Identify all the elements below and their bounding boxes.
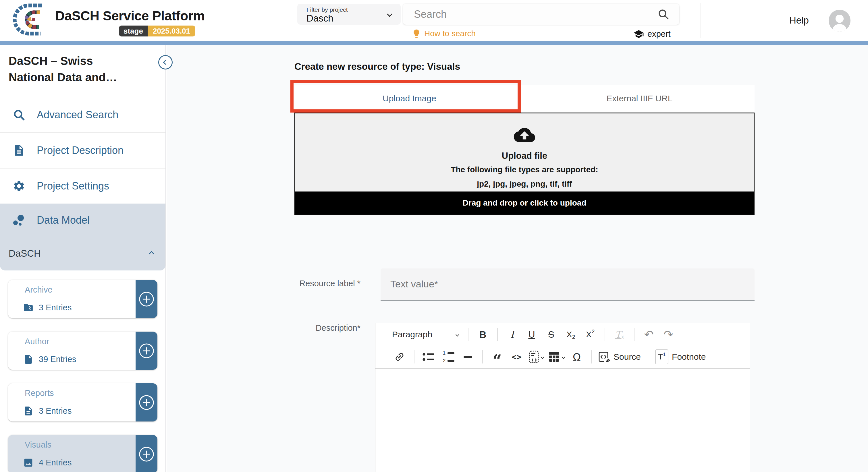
bulleted-list-button[interactable] — [421, 349, 436, 365]
strikethrough-button[interactable]: S — [544, 326, 559, 343]
project-filter-select[interactable]: Filter by project Dasch — [297, 4, 401, 25]
stage-badge: stage — [119, 26, 148, 36]
sidebar-item-advanced-search[interactable]: Advanced Search — [0, 97, 165, 132]
italic-button[interactable]: I — [505, 326, 520, 343]
sidebar-item-data-model[interactable]: Data Model — [0, 203, 165, 237]
project-filter-label: Filter by project — [307, 6, 348, 13]
ontology-name: DaSCH — [9, 248, 41, 259]
link-button[interactable] — [392, 349, 407, 365]
env-badges: stage 2025.03.01 — [119, 26, 195, 36]
source-icon — [598, 351, 610, 363]
plus-circle-icon — [138, 343, 155, 359]
search-icon — [13, 108, 25, 121]
class-card-title: Author — [25, 337, 49, 346]
inline-code-button[interactable]: <> — [509, 349, 524, 365]
bold-button[interactable]: B — [475, 326, 490, 343]
version-badge: 2025.03.01 — [148, 26, 195, 36]
remove-format-button[interactable]: Tx — [612, 326, 627, 343]
search-icon[interactable] — [657, 8, 670, 21]
resource-label-input[interactable] — [380, 269, 754, 301]
header-divider — [700, 3, 701, 38]
tab-upload-image[interactable]: Upload Image — [294, 85, 525, 112]
chevron-down-icon — [561, 355, 565, 359]
sidebar-item-project-description[interactable]: Project Description — [0, 132, 165, 168]
chevron-down-icon — [456, 333, 459, 337]
sidebar-item-label: Data Model — [37, 214, 90, 226]
subscript-button[interactable]: X2 — [563, 326, 578, 343]
block-quote-button[interactable]: “ — [490, 349, 505, 365]
chevron-left-icon — [163, 60, 168, 65]
dasch-service-platform-screen: DaSCH Service Platform stage 2025.03.01 … — [0, 0, 868, 472]
sidebar-item-label: Advanced Search — [37, 109, 118, 121]
upload-title: Upload file — [502, 151, 547, 161]
add-archive-button[interactable] — [135, 280, 157, 318]
toolbar-separator — [648, 350, 648, 364]
entries-count: 3 Entries — [39, 303, 71, 312]
toolbar-separator — [482, 350, 483, 364]
upload-filetypes: jp2, jpg, jpeg, png, tif, tiff — [477, 180, 572, 189]
ontology-accordion-header[interactable]: DaSCH — [0, 237, 165, 271]
class-card-title: Visuals — [25, 440, 52, 450]
editor-toolbar: Paragraph B I U S X2 X2 — [375, 323, 750, 369]
class-card-archive[interactable]: Archive 3 Entries — [8, 280, 157, 318]
file-dropzone[interactable]: Upload file The following file types are… — [294, 113, 754, 215]
upload-supported-text: The following file types are supported: — [451, 165, 598, 174]
gear-icon — [13, 180, 25, 192]
entries-count: 3 Entries — [39, 406, 71, 416]
sidebar-item-project-settings[interactable]: Project Settings — [0, 168, 165, 203]
tab-external-iiif-url[interactable]: External IIIF URL — [525, 85, 754, 112]
editor-content-area[interactable] — [375, 369, 750, 472]
toolbar-separator — [468, 328, 468, 341]
dasch-logo-icon[interactable] — [7, 1, 51, 39]
page-title: Create new resource of type: Visuals — [294, 61, 460, 72]
sidebar: DaSCH – Swiss National Data and… Advance… — [0, 45, 166, 472]
search-input[interactable] — [414, 4, 655, 25]
footnote-button[interactable]: T1 Footnote — [655, 349, 706, 365]
toolbar-row-1: Paragraph B I U S X2 X2 — [390, 323, 750, 346]
undo-button[interactable]: ↶ — [641, 326, 656, 343]
class-card-author[interactable]: Author 39 Entries — [8, 332, 157, 370]
dropzone-footer[interactable]: Drag and drop or click to upload — [295, 191, 754, 215]
insert-table-button[interactable] — [548, 349, 565, 365]
add-author-button[interactable] — [135, 332, 157, 370]
paragraph-style-select[interactable]: Paragraph — [392, 326, 461, 343]
code-block-button[interactable] — [529, 349, 544, 365]
toolbar-separator — [591, 350, 592, 364]
redo-button[interactable]: ↷ — [661, 326, 676, 343]
user-avatar[interactable] — [828, 9, 851, 32]
class-card-entries[interactable]: 3 Entries — [23, 302, 71, 313]
sidebar-collapse-button[interactable] — [158, 55, 173, 69]
how-to-search-link[interactable]: How to search — [412, 29, 476, 38]
class-card-entries[interactable]: 3 Entries — [23, 406, 71, 416]
class-card-visuals[interactable]: Visuals 4 Entries — [8, 435, 157, 472]
footnote-label: Footnote — [672, 352, 706, 362]
superscript-button[interactable]: X2 — [583, 326, 598, 343]
special-character-button[interactable]: Ω — [569, 349, 584, 365]
footnote-icon: T1 — [655, 349, 669, 364]
class-card-reports[interactable]: Reports 3 Entries — [8, 383, 157, 421]
entries-count: 4 Entries — [39, 458, 71, 467]
help-button[interactable]: Help — [789, 15, 809, 26]
how-to-search-label: How to search — [424, 29, 476, 38]
horizontal-rule-button[interactable] — [460, 349, 475, 365]
source-label: Source — [614, 352, 641, 362]
resource-class-list: Archive 3 Entries — [0, 280, 165, 472]
main-content: Create new resource of type: Visuals Upl… — [166, 45, 868, 472]
project-title: DaSCH – Swiss National Data and… — [0, 45, 165, 97]
underline-button[interactable]: U — [524, 326, 539, 343]
toolbar-row-2: 1 2 “ <> — [390, 346, 750, 368]
class-card-entries[interactable]: 39 Entries — [23, 354, 76, 365]
app-header: DaSCH Service Platform stage 2025.03.01 … — [0, 0, 868, 41]
class-card-entries[interactable]: 4 Entries — [23, 458, 71, 468]
add-visuals-button[interactable] — [135, 435, 157, 472]
source-button[interactable]: Source — [598, 349, 641, 365]
paragraph-style-value: Paragraph — [392, 329, 432, 339]
expert-toggle[interactable]: expert — [633, 29, 671, 39]
add-reports-button[interactable] — [135, 383, 157, 421]
sidebar-item-label: Project Settings — [37, 180, 109, 192]
toolbar-separator — [604, 328, 605, 341]
data-model-icon — [13, 214, 25, 226]
class-card-title: Archive — [25, 285, 53, 294]
numbered-list-button[interactable]: 1 2 — [441, 349, 456, 365]
chevron-up-icon — [149, 251, 154, 256]
